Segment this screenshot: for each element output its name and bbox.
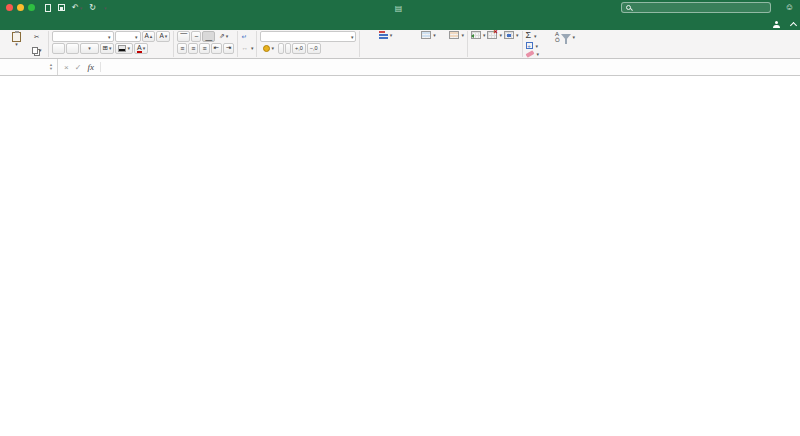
name-box-stepper[interactable]: ▲▼ [49,63,53,71]
format-cells-button[interactable]: ▾ [504,31,519,40]
underline-button[interactable]: ▾ [80,43,99,54]
cell-styles-button[interactable]: ▾ [449,31,464,40]
increase-font-size-button[interactable]: A▴ [142,31,156,42]
cells-group: ▾ ▾ ▾ [468,31,523,57]
wrap-merge-group: ↵ ↔ ▾ [238,31,257,57]
font-color-icon: A [137,44,142,53]
fill-color-icon [118,45,126,52]
orientation-icon: ⇗ [219,33,224,40]
fill-button[interactable]: +▾ [526,42,539,49]
styles-group: ▾ ▾ ▾ [360,31,468,57]
title-bar: ↶▾ ↻ ▾ ▤ ☺ [0,0,800,15]
filter-funnel-icon [561,34,571,40]
italic-button[interactable] [66,43,79,54]
decrease-decimal-icon: −,0 [310,46,318,52]
format-as-table-icon [421,31,431,39]
decrease-indent-button[interactable]: ⇤ [211,43,222,54]
currency-format-button[interactable]: ▾ [260,43,277,54]
orientation-button[interactable]: ⇗▾ [216,31,231,42]
align-center-icon: ≡ [191,45,195,52]
collapse-ribbon-icon[interactable] [790,22,797,29]
align-left-button[interactable]: ≡ [177,43,187,54]
ribbon-tab-row [0,15,800,30]
merge-center-button[interactable]: ↔ ▾ [241,44,253,51]
number-format-select[interactable]: ▾ [260,31,356,42]
share-button[interactable] [773,21,783,28]
copy-icon [32,47,38,54]
insert-function-icon[interactable]: fx [87,62,94,72]
align-middle-button[interactable]: − [191,31,201,42]
align-bottom-button[interactable]: ⎽ [202,31,215,42]
autosum-button[interactable]: Σ▾ [526,31,537,40]
conditional-formatting-icon [379,31,388,39]
name-box[interactable]: ▲▼ [0,59,58,75]
font-color-button[interactable]: A▾ [134,43,148,54]
delete-cells-icon [487,31,497,39]
copy-button[interactable]: ▾ [29,45,45,56]
spreadsheet-grid [0,76,800,436]
workbook-icon: ▤ [395,4,403,13]
zoom-window-button[interactable] [28,4,35,11]
excel-window: ↶▾ ↻ ▾ ▤ ☺ ▾ [0,0,800,436]
alignment-group: ⎺ − ⎽ ⇗▾ ≡ ≡ ≡ ⇤ ⇥ [174,31,238,57]
increase-indent-button[interactable]: ⇥ [223,43,234,54]
align-top-button[interactable]: ⎺ [177,31,190,42]
align-middle-icon: − [194,33,198,40]
format-as-table-button[interactable]: ▾ [409,31,447,40]
conditional-formatting-button[interactable]: ▾ [363,31,407,40]
delete-cells-button[interactable]: ▾ [487,31,502,40]
formula-bar: ▲▼ × ✓ fx [0,59,800,76]
merge-center-icon: ↔ [241,44,248,51]
fill-color-button[interactable]: ▾ [115,43,133,54]
cancel-entry-icon[interactable]: × [64,63,69,72]
paste-button[interactable]: ▾ [5,31,27,48]
undo-icon[interactable]: ↶▾ [72,4,82,12]
number-group: ▾ ▾ +,0 −,0 [257,31,360,57]
window-controls [6,4,35,11]
close-window-button[interactable] [6,4,13,11]
bold-button[interactable] [52,43,65,54]
insert-cells-button[interactable]: ▾ [471,31,486,40]
wrap-text-button[interactable]: ↵ [241,33,247,41]
percent-format-button[interactable] [278,43,284,54]
decrease-font-size-button[interactable]: A▾ [156,31,170,42]
clear-icon [525,50,534,57]
sort-filter-button[interactable]: AÖ▾ [545,31,585,44]
increase-decimal-icon: +,0 [295,46,303,52]
sort-az-icon: AÖ [555,31,560,43]
share-person-icon [773,21,780,28]
align-right-button[interactable]: ≡ [199,43,209,54]
feedback-smiley-icon[interactable]: ☺ [785,3,794,12]
scissors-icon: ✂ [34,34,39,41]
qat-customize-icon[interactable]: ▾ [103,4,107,12]
align-right-icon: ≡ [202,45,206,52]
redo-icon[interactable]: ↻ [89,4,96,12]
borders-button[interactable]: ⊞▾ [100,43,115,54]
clear-button[interactable]: ▾ [526,51,540,57]
comma-format-button[interactable] [285,43,291,54]
confirm-entry-icon[interactable]: ✓ [75,63,82,72]
autosum-icon: Σ [526,31,532,40]
format-cells-icon [504,31,514,39]
decrease-decimal-button[interactable]: −,0 [307,43,321,54]
minimize-window-button[interactable] [17,4,24,11]
align-center-button[interactable]: ≡ [188,43,198,54]
borders-icon: ⊞ [103,45,108,52]
decrease-indent-icon: ⇤ [214,45,219,52]
save-icon[interactable] [58,4,65,11]
fill-icon: + [526,42,533,49]
font-name-select[interactable]: ▾ [52,31,114,42]
search-icon [626,5,631,10]
currency-icon [263,45,270,52]
search-input[interactable] [621,2,771,13]
align-left-icon: ≡ [180,45,184,52]
increase-decimal-button[interactable]: +,0 [292,43,306,54]
quick-access-toolbar: ↶▾ ↻ ▾ [45,4,106,12]
font-size-select[interactable]: ▾ [115,31,141,42]
ribbon: ▾ ✂ ▾ ▾ ▾ A▴ A▾ [0,30,800,59]
wrap-text-icon: ↵ [241,33,246,41]
align-bottom-icon: ⎽ [205,33,212,40]
new-document-icon[interactable] [45,4,51,12]
cut-button[interactable]: ✂ [31,32,42,43]
font-group: ▾ ▾ A▴ A▾ ▾ ⊞▾ ▾ A▾ [49,31,175,57]
